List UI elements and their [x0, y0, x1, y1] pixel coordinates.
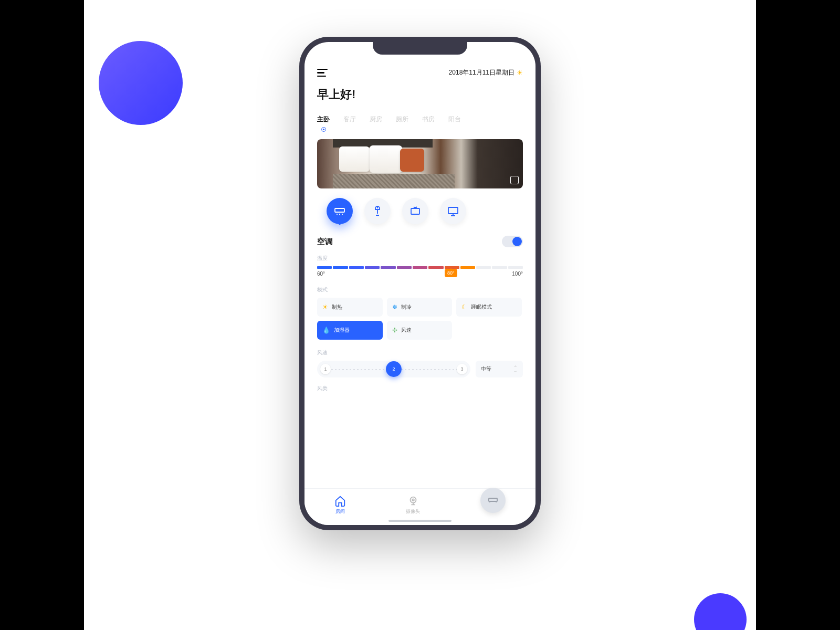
- ac-icon: [333, 205, 346, 217]
- home-icon: [334, 495, 346, 507]
- fan-speed-label: 风速: [317, 349, 523, 356]
- device-monitor[interactable]: [440, 198, 466, 224]
- decor-circle-bottom: [694, 593, 747, 630]
- power-toggle[interactable]: [502, 236, 523, 247]
- svg-rect-1: [411, 208, 419, 214]
- monitor-icon: [447, 205, 459, 217]
- fan-speed-select[interactable]: 中等 ⌃⌄: [476, 361, 523, 377]
- expand-icon[interactable]: [510, 176, 519, 184]
- device-ac[interactable]: [327, 198, 353, 224]
- nav-camera[interactable]: 摄像头: [406, 495, 420, 515]
- tab-4[interactable]: 书房: [422, 115, 435, 132]
- svg-point-4: [412, 499, 414, 501]
- lamp-icon: [371, 205, 384, 217]
- mode-2[interactable]: ☾睡眠模式: [456, 298, 522, 317]
- nav-fab[interactable]: [480, 488, 506, 513]
- notch: [373, 42, 467, 55]
- device-row: [317, 198, 523, 224]
- tab-0[interactable]: 主卧: [317, 115, 330, 132]
- fan-node-2[interactable]: 2: [386, 361, 402, 377]
- temp-min: 60°: [317, 271, 325, 277]
- temp-current-badge: 80°: [445, 269, 457, 277]
- letterbox-right: [756, 0, 840, 630]
- greeting: 早上好!: [317, 87, 523, 102]
- fan-type-label: 风类: [317, 385, 523, 392]
- mode-label: 模式: [317, 286, 523, 293]
- temp-max: 100°: [512, 271, 523, 277]
- temperature-slider[interactable]: [317, 266, 523, 269]
- camera-icon: [407, 495, 419, 507]
- tab-5[interactable]: 阳台: [448, 115, 461, 132]
- fan-speed-slider[interactable]: 123: [317, 361, 470, 377]
- device-lamp[interactable]: [364, 198, 391, 224]
- section-title: 空调: [317, 237, 333, 247]
- screen: 2018年11月11日星期日 ☀ 早上好! 主卧客厅厨房厕所书房阳台 空调 温度: [304, 42, 536, 525]
- phone-frame: 2018年11月11日星期日 ☀ 早上好! 主卧客厅厨房厕所书房阳台 空调 温度: [299, 37, 541, 530]
- mode-0[interactable]: ☀制热: [317, 298, 383, 317]
- room-tabs: 主卧客厅厨房厕所书房阳台: [317, 115, 523, 132]
- device-icon: [487, 494, 499, 507]
- mode-grid: ☀制热❄制冷☾睡眠模式💧加湿器✢风速: [317, 298, 523, 340]
- tab-1[interactable]: 客厅: [343, 115, 356, 132]
- tab-2[interactable]: 厨房: [370, 115, 382, 132]
- decor-circle-top: [99, 41, 183, 125]
- device-tv[interactable]: [402, 198, 428, 224]
- temperature-label: 温度: [317, 255, 523, 262]
- svg-rect-2: [448, 207, 458, 214]
- date-label: 2018年11月11日星期日 ☀: [449, 68, 523, 77]
- chevron-updown-icon: ⌃⌄: [513, 366, 518, 373]
- mode-1[interactable]: ❄制冷: [387, 298, 453, 317]
- letterbox-left: [0, 0, 84, 630]
- svg-point-3: [410, 497, 416, 502]
- nav-home[interactable]: 房间: [334, 495, 346, 515]
- svg-rect-5: [489, 498, 497, 501]
- menu-icon[interactable]: [317, 69, 328, 77]
- home-indicator[interactable]: [388, 520, 452, 522]
- room-preview[interactable]: [317, 139, 523, 188]
- weather-sun-icon: ☀: [517, 69, 523, 77]
- tab-3[interactable]: 厕所: [396, 115, 408, 132]
- mode-3[interactable]: 💧加湿器: [317, 321, 383, 340]
- svg-rect-0: [335, 208, 344, 212]
- fan-node-3[interactable]: 3: [457, 364, 467, 374]
- tv-icon: [409, 205, 422, 217]
- mode-4[interactable]: ✢风速: [387, 321, 453, 340]
- fan-node-1[interactable]: 1: [320, 364, 331, 374]
